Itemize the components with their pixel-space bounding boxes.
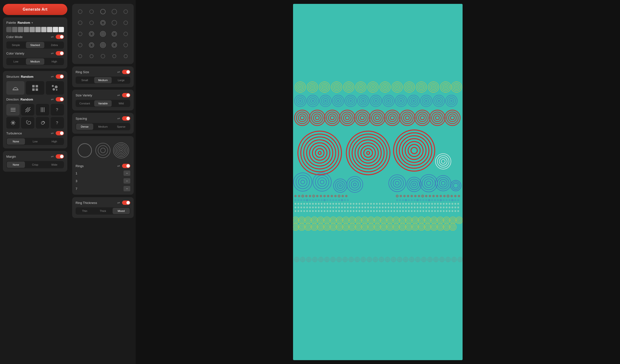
- ring-cell[interactable]: [121, 29, 131, 39]
- shuffle-icon[interactable]: ⇌: [51, 35, 54, 39]
- color-variety-medium[interactable]: Medium: [26, 58, 44, 65]
- ring-size-toggle[interactable]: [122, 70, 130, 74]
- turbulence-none[interactable]: None: [7, 138, 25, 145]
- ring-thickness-mixed[interactable]: Mixed: [113, 208, 130, 214]
- shuffle-icon[interactable]: ⇌: [51, 51, 54, 55]
- rings-toggle[interactable]: [122, 164, 130, 168]
- color-mode-toggle[interactable]: [56, 35, 64, 39]
- ring-option[interactable]: [124, 43, 128, 47]
- ring-cell[interactable]: [86, 7, 96, 16]
- ring-thickness-thin[interactable]: Thin: [76, 208, 93, 214]
- ring-cell[interactable]: [98, 7, 108, 16]
- color-mode-stacked[interactable]: Stacked: [26, 42, 44, 48]
- margin-toggle[interactable]: [56, 154, 64, 159]
- ring-cell[interactable]: [121, 51, 131, 61]
- ring-cell[interactable]: [86, 29, 96, 39]
- ring-option[interactable]: [78, 43, 82, 47]
- ring-cell[interactable]: [86, 40, 96, 50]
- shuffle-icon[interactable]: ⇌: [51, 154, 54, 158]
- ring-option[interactable]: [124, 21, 128, 25]
- ring-cell[interactable]: [109, 40, 119, 50]
- size-variety-variable[interactable]: Variable: [94, 100, 111, 106]
- ring-minus-2[interactable]: −: [124, 178, 130, 183]
- ring-option[interactable]: [78, 21, 82, 25]
- spacing-medium[interactable]: Medium: [94, 123, 111, 130]
- spacing-sparse[interactable]: Sparse: [113, 123, 130, 130]
- size-variety-wild[interactable]: Wild: [113, 100, 130, 106]
- ring-cell[interactable]: [75, 18, 85, 28]
- structure-arch-icon[interactable]: [6, 81, 24, 95]
- shuffle-icon[interactable]: ⇌: [51, 97, 54, 101]
- ring-option[interactable]: [124, 54, 128, 58]
- ring-cell[interactable]: [121, 40, 131, 50]
- ring-cell[interactable]: [109, 51, 119, 61]
- ring-thickness-thick[interactable]: Thick: [94, 208, 111, 214]
- direction-spiral-icon[interactable]: [21, 117, 34, 129]
- ring-cell[interactable]: [75, 51, 85, 61]
- ring-option[interactable]: [112, 9, 117, 14]
- ring-option[interactable]: [89, 21, 94, 25]
- ring-cell[interactable]: [98, 18, 108, 28]
- shuffle-icon[interactable]: ⇌: [117, 201, 120, 205]
- ring-cell[interactable]: [75, 7, 85, 16]
- ring-minus-1[interactable]: −: [124, 170, 130, 176]
- direction-radial-icon[interactable]: [6, 117, 20, 129]
- direction-toggle[interactable]: [56, 97, 64, 102]
- turbulence-toggle[interactable]: [56, 131, 64, 135]
- shuffle-icon[interactable]: ⇌: [117, 164, 120, 168]
- ring-option[interactable]: [112, 20, 117, 25]
- margin-crisp[interactable]: Crisp: [26, 162, 44, 168]
- size-variety-constant[interactable]: Constant: [76, 100, 93, 106]
- direction-vertical-icon[interactable]: [36, 104, 49, 116]
- ring-cell[interactable]: [109, 29, 119, 39]
- generate-art-button[interactable]: Generate Art: [3, 4, 67, 15]
- ring-cell[interactable]: [75, 29, 85, 39]
- ring-cell[interactable]: [98, 40, 108, 50]
- shuffle-icon[interactable]: ⇌: [117, 93, 120, 97]
- ring-size-large[interactable]: Large: [113, 77, 130, 83]
- ring-option[interactable]: [124, 32, 128, 36]
- size-variety-toggle[interactable]: [122, 93, 130, 97]
- ring-thickness-toggle[interactable]: [122, 200, 130, 205]
- ring-option[interactable]: [78, 54, 82, 58]
- structure-toggle[interactable]: [56, 74, 64, 79]
- ring-option[interactable]: [89, 9, 94, 14]
- ring-size-small[interactable]: Small: [76, 77, 93, 83]
- ring-size-medium[interactable]: Medium: [94, 77, 111, 83]
- spacing-dense[interactable]: Dense: [76, 123, 93, 130]
- ring-cell[interactable]: [121, 18, 131, 28]
- shuffle-icon[interactable]: ⇌: [51, 75, 54, 78]
- ring-cell[interactable]: [98, 29, 108, 39]
- ring-option[interactable]: [78, 32, 82, 36]
- spacing-toggle[interactable]: [122, 116, 130, 121]
- direction-swirl-icon[interactable]: [36, 117, 49, 129]
- structure-grid-icon[interactable]: [26, 81, 44, 95]
- ring-cell[interactable]: [86, 18, 96, 28]
- margin-none[interactable]: None: [7, 162, 25, 168]
- color-variety-low[interactable]: Low: [7, 58, 25, 65]
- color-mode-simple[interactable]: Simple: [7, 42, 25, 48]
- color-variety-high[interactable]: High: [45, 58, 63, 65]
- direction-horizontal-icon[interactable]: [6, 104, 20, 116]
- shuffle-icon[interactable]: ⇌: [117, 70, 120, 74]
- ring-cell[interactable]: [121, 7, 131, 16]
- ring-cell[interactable]: [98, 51, 108, 61]
- margin-wide[interactable]: Wide: [45, 162, 63, 168]
- ring-option[interactable]: [101, 54, 105, 58]
- ring-option[interactable]: [112, 54, 116, 58]
- ring-option[interactable]: [78, 9, 82, 14]
- direction-question2-icon[interactable]: ?: [51, 117, 64, 129]
- ring-cell[interactable]: [75, 40, 85, 50]
- direction-question-icon[interactable]: ?: [51, 104, 64, 116]
- direction-diagonal-icon[interactable]: [21, 104, 34, 116]
- ring-option[interactable]: [100, 9, 106, 14]
- ring-option[interactable]: [124, 9, 128, 14]
- structure-scatter-icon[interactable]: [46, 81, 64, 95]
- ring-cell[interactable]: [109, 18, 119, 28]
- shuffle-icon[interactable]: ⇌: [117, 117, 120, 120]
- shuffle-icon[interactable]: ⇌: [51, 131, 54, 135]
- turbulence-low[interactable]: Low: [26, 138, 44, 145]
- ring-minus-3[interactable]: −: [124, 186, 130, 191]
- turbulence-high[interactable]: High: [45, 138, 63, 145]
- ring-cell[interactable]: [109, 7, 119, 16]
